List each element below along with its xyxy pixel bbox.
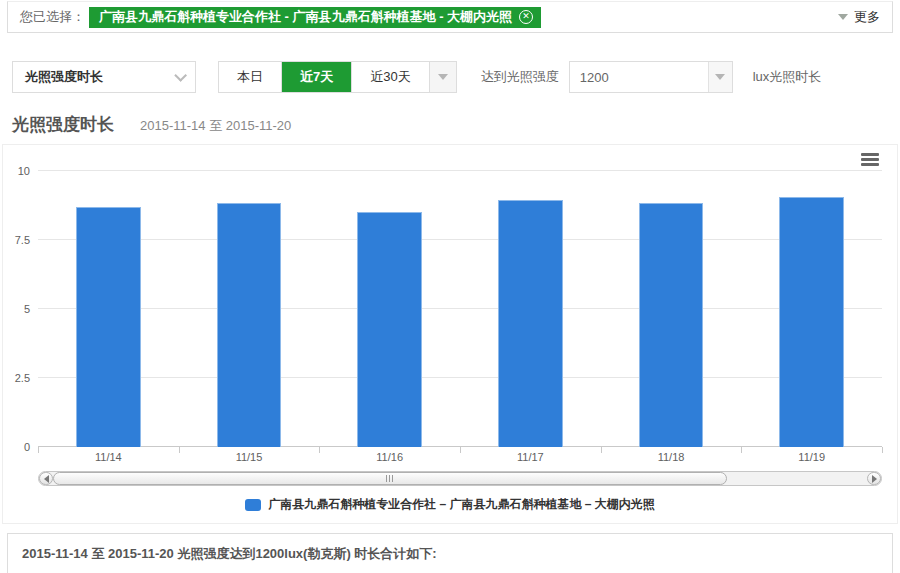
threshold-dropdown-button[interactable]: [708, 62, 732, 92]
chevron-down-icon: [174, 69, 187, 82]
more-toggle[interactable]: 更多: [838, 8, 880, 26]
summary-panel: 2015-11-14 至 2015-11-20 光照强度达到1200lux(勒克…: [7, 533, 893, 573]
tag-close-icon[interactable]: ✕: [519, 10, 533, 24]
legend-label: 广南县九鼎石斛种植专业合作社 – 广南县九鼎石斛种植基地 – 大棚内光照: [268, 496, 655, 513]
chart-legend[interactable]: 广南县九鼎石斛种植专业合作社 – 广南县九鼎石斛种植基地 – 大棚内光照: [3, 496, 897, 513]
x-axis-label: 11/19: [741, 451, 882, 463]
summary-heading: 2015-11-14 至 2015-11-20 光照强度达到1200lux(勒克…: [22, 545, 878, 563]
x-axis-label: 11/18: [601, 451, 742, 463]
y-axis-label: 10: [18, 165, 30, 177]
threshold-suffix: lux光照时长: [753, 68, 822, 86]
y-axis-label: 7.5: [15, 234, 30, 246]
chart-plot-area: 02.557.510: [38, 171, 882, 447]
arrow-left-icon: [44, 475, 49, 483]
date-range-group: 本日 近7天 近30天: [218, 61, 457, 93]
y-axis-label: 0: [24, 441, 30, 453]
x-axis-tick: [179, 447, 180, 453]
range-dropdown-button[interactable]: [430, 62, 456, 92]
scrollbar-thumb[interactable]: [53, 472, 727, 485]
range-button-7days[interactable]: 近7天: [282, 62, 352, 92]
x-axis-tick: [319, 447, 320, 453]
bar[interactable]: [357, 212, 422, 447]
caret-down-icon: [438, 74, 448, 80]
section-head: 光照强度时长 2015-11-14 至 2015-11-20: [12, 113, 888, 136]
threshold-label: 达到光照强度: [481, 68, 559, 86]
x-axis-tick: [741, 447, 742, 453]
scrollbar-right-arrow[interactable]: [867, 472, 881, 485]
category-slot: [601, 171, 742, 447]
bars-layer: [38, 171, 882, 447]
bar[interactable]: [217, 203, 282, 447]
threshold-combo: [569, 61, 733, 93]
x-axis-tick: [601, 447, 602, 453]
category-slot: [319, 171, 460, 447]
threshold-input[interactable]: [570, 62, 708, 92]
x-axis-tick: [38, 447, 39, 453]
bar[interactable]: [779, 197, 844, 447]
category-slot: [741, 171, 882, 447]
selection-label: 您已选择：: [20, 8, 85, 26]
bar[interactable]: [639, 203, 704, 447]
category-slot: [460, 171, 601, 447]
x-axis-label: 11/16: [319, 451, 460, 463]
category-slot: [179, 171, 320, 447]
category-slot: [38, 171, 179, 447]
more-label: 更多: [854, 8, 880, 26]
scrollbar-left-arrow[interactable]: [39, 472, 53, 485]
x-axis-tick: [460, 447, 461, 453]
arrow-right-icon: [872, 475, 877, 483]
filter-row: 光照强度时长 本日 近7天 近30天 达到光照强度 lux光照时长: [12, 61, 888, 93]
page-title: 光照强度时长: [12, 113, 114, 136]
x-axis-tick: [882, 447, 883, 453]
x-axis-label: 11/15: [179, 451, 320, 463]
chart-scrollbar[interactable]: [38, 471, 882, 486]
selection-tag: 广南县九鼎石斛种植专业合作社 - 广南县九鼎石斛种植基地 - 大棚内光照 ✕: [89, 7, 541, 28]
y-axis-label: 2.5: [15, 372, 30, 384]
metric-select[interactable]: 光照强度时长: [12, 61, 196, 93]
chart-card: 02.557.510 11/1411/1511/1611/1711/1811/1…: [2, 144, 898, 524]
y-axis-label: 5: [24, 303, 30, 315]
date-range-text: 2015-11-14 至 2015-11-20: [140, 117, 291, 135]
x-axis-label: 11/17: [460, 451, 601, 463]
bar[interactable]: [76, 207, 141, 447]
metric-select-value: 光照强度时长: [25, 68, 103, 86]
bar[interactable]: [498, 200, 563, 447]
range-button-today[interactable]: 本日: [219, 62, 282, 92]
range-button-30days[interactable]: 近30天: [352, 62, 429, 92]
x-axis-label: 11/14: [38, 451, 179, 463]
selection-bar: 您已选择： 广南县九鼎石斛种植专业合作社 - 广南县九鼎石斛种植基地 - 大棚内…: [7, 1, 893, 33]
caret-down-icon: [715, 74, 725, 80]
chart-export-menu-icon[interactable]: [861, 153, 879, 168]
selection-tag-text: 广南县九鼎石斛种植专业合作社 - 广南县九鼎石斛种植基地 - 大棚内光照: [99, 10, 512, 23]
page: 您已选择： 广南县九鼎石斛种植专业合作社 - 广南县九鼎石斛种植基地 - 大棚内…: [0, 1, 900, 573]
chevron-down-icon: [838, 14, 848, 20]
legend-swatch-icon: [245, 499, 261, 511]
